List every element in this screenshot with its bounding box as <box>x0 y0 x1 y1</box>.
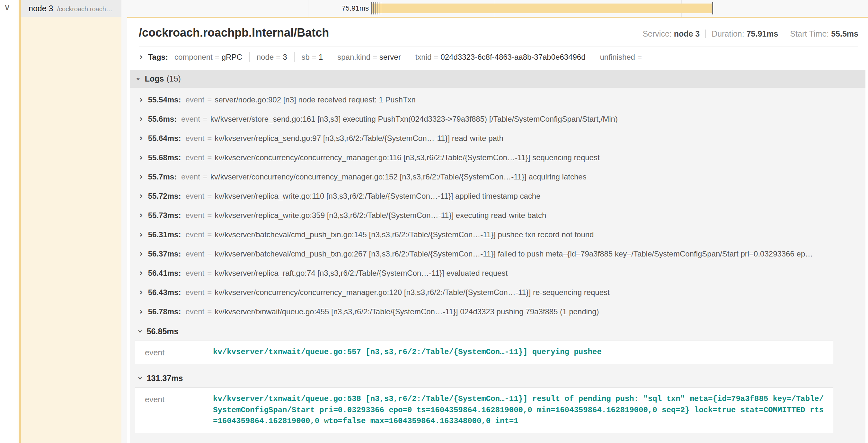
log-event-detail-card: eventkv/kvserver/txnwait/queue.go:538 [n… <box>135 387 833 433</box>
log-field-key: event <box>185 95 204 104</box>
log-field-value[interactable]: kv/kvserver/txnwait/queue.go:557 [n3,s3,… <box>213 341 833 364</box>
tag-key: sb <box>302 53 310 61</box>
chevron-right-icon: › <box>140 442 143 443</box>
log-row-expanded-header[interactable]: ›56.85ms <box>130 321 865 339</box>
log-event-detail-card: eventkv/kvserver/txnwait/queue.go:557 [n… <box>135 341 833 364</box>
tag-divider <box>294 52 294 62</box>
equals-sign: = <box>207 211 212 219</box>
tag-key: node <box>257 53 274 61</box>
log-row[interactable]: ›131.39ms:event=kv/kvserver/txnwait/queu… <box>130 437 865 443</box>
tag-item: unfinished= <box>600 53 644 61</box>
span-name-cell[interactable]: node 3/cockroach.roach… <box>19 0 121 17</box>
log-field-key: event <box>185 269 204 277</box>
log-marker-tick <box>379 2 379 14</box>
tag-key: component <box>175 53 213 61</box>
start-time-value: 55.5ms <box>831 29 858 38</box>
duration-label: Duration: <box>712 29 744 38</box>
tag-divider <box>408 52 408 62</box>
span-duration-bar[interactable] <box>371 3 713 13</box>
log-row[interactable]: ›55.54ms:event=server/node.go:902 [n3] n… <box>130 90 865 109</box>
span-detail-card: /cockroach.roachpb.Internal/Batch Servic… <box>127 17 868 443</box>
equals-sign: = <box>637 53 642 61</box>
span-name-column: node 3/cockroach.roach… <box>19 0 121 443</box>
log-marker-tick <box>375 2 375 14</box>
log-field-key: event <box>185 153 204 162</box>
log-field-value: kv/kvserver/concurrency/concurrency_mana… <box>215 288 610 297</box>
span-title: /cockroach.roachpb.Internal/Batch <box>139 26 329 39</box>
log-field-key: event <box>185 211 204 219</box>
log-timestamp: 56.37ms: <box>148 249 181 258</box>
tag-value: 3 <box>283 53 287 61</box>
log-timestamp: 56.85ms <box>147 327 179 336</box>
tags-label: Tags: <box>148 53 168 61</box>
log-row[interactable]: ›56.31ms:event=kv/kvserver/batcheval/cmd… <box>130 225 865 244</box>
span-timeline-row[interactable]: 75.91ms <box>121 0 868 17</box>
tag-item: component=gRPC <box>175 53 242 61</box>
tag-item: span.kind=server <box>337 53 401 61</box>
log-timestamp: 55.68ms: <box>148 153 181 162</box>
duration-value: 75.91ms <box>747 29 778 38</box>
logs-list: ›55.54ms:event=server/node.go:902 [n3] n… <box>130 88 865 443</box>
logs-section: ›Logs(15) ›55.54ms:event=server/node.go:… <box>130 70 865 443</box>
log-field-key: event <box>135 388 213 404</box>
trace-detail-view: ∨ node 3/cockroach.roach… 75.91ms /cockr… <box>0 0 868 443</box>
log-row[interactable]: ›55.64ms:event=kv/kvserver/replica_send.… <box>130 128 865 148</box>
equals-sign: = <box>207 153 212 162</box>
log-row[interactable]: ›56.78ms:event=kv/kvserver/txnwait/queue… <box>130 302 865 321</box>
main-area: 75.91ms /cockroach.roachpb.Internal/Batc… <box>121 0 868 443</box>
chevron-right-icon: › <box>140 191 143 201</box>
chevron-right-icon: › <box>140 133 143 143</box>
span-duration-label: 75.91ms <box>121 0 369 17</box>
logs-count: (15) <box>166 74 181 83</box>
tag-item: txnid=024d3323-6c8f-4863-aa8b-37ab0e6349… <box>415 53 586 61</box>
start-time-label: Start Time: <box>790 29 829 38</box>
tag-key: txnid <box>415 53 432 61</box>
log-row[interactable]: ›56.41ms:event=kv/kvserver/replica_raft.… <box>130 263 865 282</box>
equals-sign: = <box>207 288 212 297</box>
log-row[interactable]: ›55.73ms:event=kv/kvserver/replica_write… <box>130 205 865 225</box>
chevron-right-icon: › <box>140 95 143 104</box>
tag-key: unfinished <box>600 53 635 61</box>
log-field-key: event <box>185 288 204 297</box>
service-value: node 3 <box>674 29 700 38</box>
logs-accordion-header[interactable]: ›Logs(15) <box>130 70 865 88</box>
log-field-value: kv/kvserver/replica_raft.go:74 [n3,s3,r6… <box>215 269 507 277</box>
chevron-right-icon: › <box>140 307 143 316</box>
tag-divider <box>249 52 250 62</box>
log-row[interactable]: ›56.43ms:event=kv/kvserver/concurrency/c… <box>130 282 865 302</box>
equals-sign: = <box>207 307 212 316</box>
tag-divider <box>593 52 593 62</box>
equals-sign: = <box>215 53 219 61</box>
service-label: Service: <box>643 29 672 38</box>
log-row-expanded-header[interactable]: ›131.37ms <box>130 368 865 385</box>
equals-sign: = <box>276 53 280 61</box>
chevron-right-icon: › <box>140 287 143 297</box>
chevron-right-icon: › <box>140 152 143 162</box>
log-timestamp: 56.43ms: <box>148 288 181 297</box>
tags-accordion[interactable]: ›Tags:component=gRPCnode=3sb=1span.kind=… <box>127 47 868 65</box>
log-timestamp: 56.78ms: <box>148 307 181 316</box>
left-gutter: ∨ <box>0 0 17 443</box>
chevron-right-icon: › <box>140 268 143 278</box>
log-row[interactable]: ›55.72ms:event=kv/kvserver/replica_write… <box>130 186 865 205</box>
log-timestamp: 55.54ms: <box>148 95 181 104</box>
tag-item: node=3 <box>257 53 287 61</box>
log-field-value: kv/kvserver/replica_send.go:97 [n3,s3,r6… <box>215 134 503 142</box>
log-row[interactable]: ›55.7ms:event=kv/kvserver/concurrency/co… <box>130 167 865 186</box>
log-timestamp: 56.41ms: <box>148 269 181 277</box>
log-row[interactable]: ›56.37ms:event=kv/kvserver/batcheval/cmd… <box>130 244 865 263</box>
logs-title: Logs <box>145 74 164 83</box>
log-field-key: event <box>185 307 204 316</box>
log-row[interactable]: ›55.6ms:event=kv/kvserver/store_send.go:… <box>130 109 865 128</box>
collapse-span-chevron-icon[interactable]: ∨ <box>4 2 17 12</box>
chevron-down-icon: › <box>134 77 143 80</box>
log-row[interactable]: ›55.68ms:event=kv/kvserver/concurrency/c… <box>130 148 865 167</box>
tag-key: span.kind <box>337 53 370 61</box>
equals-sign: = <box>203 114 208 123</box>
log-timestamp: 56.31ms: <box>148 230 181 239</box>
log-field-value: kv/kvserver/batcheval/cmd_push_txn.go:26… <box>215 249 813 258</box>
tag-value: 024d3323-6c8f-4863-aa8b-37ab0e63496d <box>440 53 585 61</box>
log-field-value[interactable]: kv/kvserver/txnwait/queue.go:538 [n3,s3,… <box>213 388 833 433</box>
selected-span-highlight <box>19 17 121 443</box>
chevron-right-icon: › <box>140 210 143 220</box>
